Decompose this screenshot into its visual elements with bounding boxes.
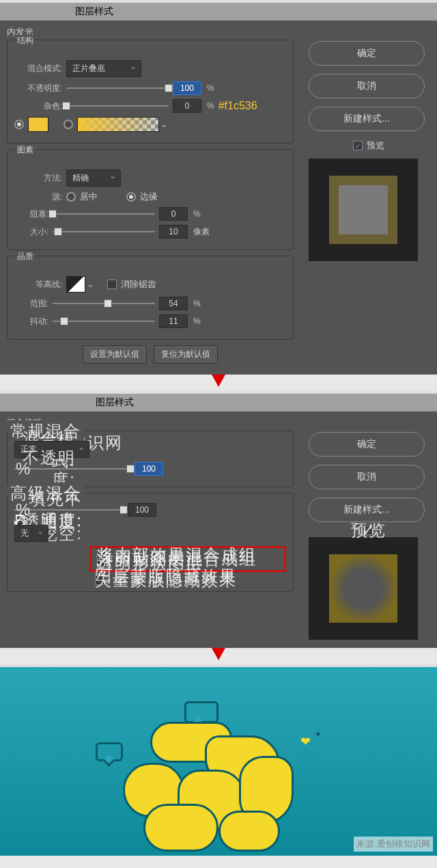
size-input[interactable]: 10 [159,225,188,239]
dialog-title-2: 图层样式 [0,391,437,411]
size-slider[interactable] [53,231,155,232]
preview-thumbnail-2 [309,537,418,640]
ok-button[interactable]: 确定 [309,41,425,66]
structure-group: 结构 混合模式: 正片叠底 不透明度: 100 % 杂色: 0 % #f1c53… [7,40,294,144]
layer-style-dialog-1: 内发光 结构 混合模式: 正片叠底 不透明度: 100 % 杂色: 0 % #f… [0,21,437,375]
contour-label: 等高线: [14,279,62,290]
gradient-swatch[interactable] [77,117,159,132]
opacity-slider[interactable] [66,87,169,89]
general-blend-group: 常规混合 混合模式: 正常 不透明度: 100 % [7,431,294,487]
new-style-button[interactable]: 新建样式... [309,107,425,131]
antialias-checkbox[interactable] [107,280,117,289]
noise-label: 杂色: [14,100,62,112]
noise-slider[interactable] [66,105,169,107]
color-swatch[interactable] [28,117,48,132]
percent-unit: % [207,83,214,93]
cancel-button-2[interactable]: 取消 [309,465,425,489]
set-default-button[interactable]: 设置为默认值 [83,345,147,364]
advanced-blend-group: 高级混合 填充不透明度: 100 % 通道: R G B 挖空: 无 将内部效果… [7,493,294,592]
px-unit: 像素 [193,226,210,238]
source-center-radio[interactable] [66,192,76,202]
choke-input[interactable]: 0 [159,207,188,221]
fill-opacity-input[interactable]: 100 [128,503,156,517]
color-radio[interactable] [14,120,24,129]
arrow-separator-2 [0,648,437,664]
range-input[interactable]: 54 [159,297,188,310]
jitter-slider[interactable] [53,321,155,322]
range-slider[interactable] [53,303,155,304]
vector-mask-hide-label: 矢量蒙版隐藏效果 [95,569,237,591]
dialog-title-1: 图层样式 [0,0,437,21]
preview-label: 预览 [367,139,384,152]
preview-label-2: 预览 [351,519,386,541]
layer-style-dialog-2: 爱刨知识网 混合选项 常规混合 混合模式: 正常 不透明度: 100 % 高级混… [0,411,437,648]
structure-legend: 结构 [14,35,36,46]
percent-unit-2: % [207,101,214,111]
contour-picker[interactable] [66,276,85,293]
ok-button-2[interactable]: 确定 [309,432,425,457]
choke-label: 阻塞: [14,208,48,220]
source-label: 源: [14,191,62,203]
arrow-separator-1 [0,375,437,391]
source-edge-label: 边缘 [140,191,158,203]
cancel-button[interactable]: 取消 [309,74,425,98]
inner-glow-title: 内发光 [7,26,294,38]
elements-legend: 图素 [14,144,36,156]
jitter-input[interactable]: 11 [159,314,188,328]
result-illustration: ❤ ✦ 来源:爱刨根知识网 [0,664,437,856]
range-label: 范围: [14,298,48,310]
source-attribution: 来源:爱刨根知识网 [354,837,433,852]
blend-mode-label: 混合模式: [14,63,62,74]
method-select[interactable]: 精确 [66,169,121,187]
antialias-label: 消除锯齿 [121,278,156,290]
quality-group: 品质 等高线: 消除锯齿 范围: 54 % 抖动: 11 % [7,256,294,340]
opacity-input[interactable]: 100 [173,81,201,95]
new-style-button-2[interactable]: 新建样式... [309,498,425,522]
opacity-label: 不透明度: [14,83,62,94]
reset-default-button[interactable]: 复位为默认值 [154,345,218,364]
method-label: 方法: [14,172,62,184]
noise-input[interactable]: 0 [173,99,201,113]
color-hex-note: #f1c536 [218,100,257,112]
elements-group: 图素 方法: 精确 源: 居中 边缘 阻塞: 0 % 大小: [7,149,294,250]
gradient-radio[interactable] [64,120,73,129]
preview-thumbnail-1 [309,159,418,261]
knockout-select[interactable]: 无 [14,525,48,542]
size-label: 大小: [14,226,48,238]
choke-slider[interactable] [53,213,155,215]
quality-legend: 品质 [14,251,36,262]
preview-checkbox[interactable] [353,141,363,150]
opacity-input-2[interactable]: 100 [135,462,163,476]
blend-mode-select[interactable]: 正片叠底 [66,60,141,77]
source-center-label: 居中 [80,191,98,203]
jitter-label: 抖动: [14,316,48,327]
source-edge-radio[interactable] [126,192,136,202]
opacity-slider-2[interactable] [14,468,130,470]
